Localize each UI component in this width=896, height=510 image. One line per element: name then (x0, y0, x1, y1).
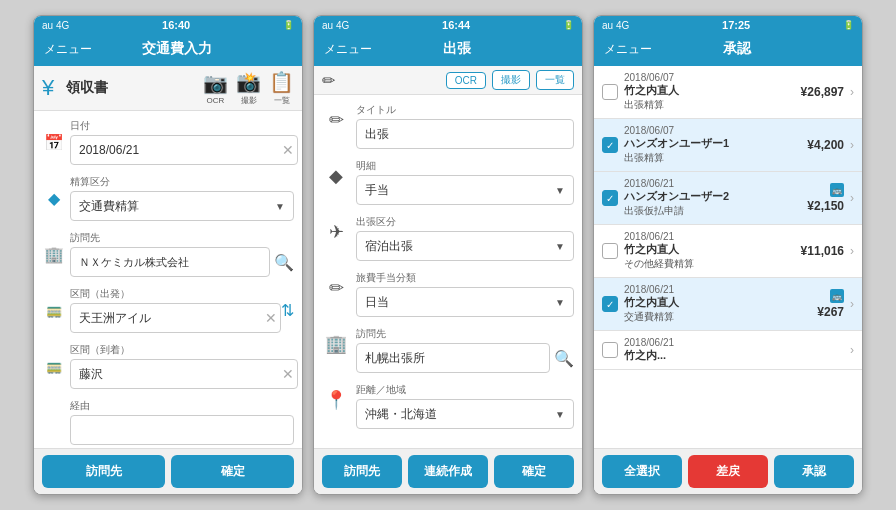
approval-info-3: 2018/06/21 ハンズオンユーザー2 出張仮払申請 (624, 178, 801, 218)
approval-item-1[interactable]: 2018/06/07 竹之内直人 出張精算 ¥26,897 › (594, 66, 862, 119)
trip-type-label: 出張区分 (356, 215, 574, 229)
approve-button[interactable]: 承認 (774, 455, 854, 488)
visit2-input[interactable] (356, 343, 550, 373)
select-all-button[interactable]: 全選択 (602, 455, 682, 488)
region-row: 📍 距離／地域 沖縄・北海道 ▼ (322, 383, 574, 429)
checkbox-5[interactable]: ✓ (602, 296, 618, 312)
approval-item-5[interactable]: ✓ 2018/06/21 竹之内直人 交通費精算 🚌 ¥267 › (594, 278, 862, 331)
approval-type-2: 出張精算 (624, 151, 801, 165)
carrier-1: au 4G (42, 20, 69, 31)
arrive-clear-icon[interactable]: ✕ (282, 366, 294, 382)
list-button[interactable]: 📋 一覧 (269, 70, 294, 106)
depart-label: 区間（出発） (70, 287, 277, 301)
continuous-button[interactable]: 連続作成 (408, 455, 488, 488)
approval-type-3: 出張仮払申請 (624, 204, 801, 218)
ocr-btn-2[interactable]: OCR (446, 72, 486, 89)
approval-user-6: 竹之内... (624, 348, 844, 363)
chevron-6: › (850, 343, 854, 357)
status-bar-1: au 4G 16:40 🔋 (34, 16, 302, 34)
approval-item-3[interactable]: ✓ 2018/06/21 ハンズオンユーザー2 出張仮払申請 🚌 ¥2,150 … (594, 172, 862, 225)
tag-detail-icon: ◆ (322, 159, 350, 187)
menu-button-3[interactable]: メニュー (604, 41, 652, 58)
checkbox-6[interactable] (602, 342, 618, 358)
approval-user-3: ハンズオンユーザー2 (624, 189, 801, 204)
approval-item-2[interactable]: ✓ 2018/06/07 ハンズオンユーザー1 出張精算 ¥4,200 › (594, 119, 862, 172)
arrive-label: 区間（到着） (70, 343, 294, 357)
ocr-label: OCR (207, 96, 225, 105)
confirm-button-1[interactable]: 確定 (171, 455, 294, 488)
checkbox-1[interactable] (602, 84, 618, 100)
expense-type-arrow: ▼ (275, 201, 285, 212)
visit-button-2[interactable]: 訪問先 (322, 455, 402, 488)
building2-icon: 🏢 (322, 327, 350, 355)
menu-button-1[interactable]: メニュー (44, 41, 92, 58)
title-label: タイトル (356, 103, 574, 117)
pencil-icon-2: ✏ (322, 71, 335, 90)
phone-screen1: au 4G 16:40 🔋 メニュー 交通費入力 ¥ 領収書 📷 OCR 📸 撮… (33, 15, 303, 495)
approval-user-2: ハンズオンユーザー1 (624, 136, 801, 151)
reject-button[interactable]: 差戻 (688, 455, 768, 488)
content-2: ✏ タイトル ◆ 明細 手当 ▼ ✈ (314, 95, 582, 448)
checkbox-4[interactable] (602, 243, 618, 259)
approval-amount-2: ¥4,200 (807, 138, 844, 152)
receipt-label: 領収書 (66, 79, 108, 97)
title-input[interactable] (356, 119, 574, 149)
region-select[interactable]: 沖縄・北海道 ▼ (356, 399, 574, 429)
list-btn-2[interactable]: 一覧 (536, 70, 574, 90)
visit-row: 🏢 訪問先 🔍 (42, 231, 294, 277)
expense-type-select[interactable]: 交通費精算 ▼ (70, 191, 294, 221)
confirm-button-2[interactable]: 確定 (494, 455, 574, 488)
time-1: 16:40 (162, 19, 190, 31)
status-icons-2: 🔋 (563, 20, 574, 30)
date-clear-icon[interactable]: ✕ (282, 142, 294, 158)
depart-input[interactable] (70, 303, 281, 333)
mid-toolbar-2: ✏ OCR 撮影 一覧 (314, 66, 582, 95)
photo-button[interactable]: 📸 撮影 (236, 70, 261, 106)
train-depart-icon: 🚃 (42, 303, 66, 318)
allowance-arrow: ▼ (555, 297, 565, 308)
chevron-1: › (850, 85, 854, 99)
camera-ocr-icon: 📷 (203, 71, 228, 95)
approval-type-1: 出張精算 (624, 98, 795, 112)
approval-amount-4: ¥11,016 (801, 244, 844, 258)
region-label: 距離／地域 (356, 383, 574, 397)
ocr-button[interactable]: 📷 OCR (203, 71, 228, 105)
bus-tag-5: 🚌 (830, 289, 844, 303)
checkbox-3[interactable]: ✓ (602, 190, 618, 206)
allowance-select[interactable]: 日当 ▼ (356, 287, 574, 317)
menu-button-2[interactable]: メニュー (324, 41, 372, 58)
via-input[interactable] (70, 415, 294, 445)
via-icon (42, 415, 66, 429)
depart-clear-icon[interactable]: ✕ (265, 310, 277, 326)
visit-search-icon[interactable]: 🔍 (274, 253, 294, 272)
detail-label: 明細 (356, 159, 574, 173)
approval-info-6: 2018/06/21 竹之内... (624, 337, 844, 363)
visit-input[interactable] (70, 247, 270, 277)
date-label: 日付 (70, 119, 294, 133)
region-value: 沖縄・北海道 (365, 406, 437, 423)
checkbox-2[interactable]: ✓ (602, 137, 618, 153)
approval-item-4[interactable]: 2018/06/21 竹之内直人 その他経費精算 ¥11,016 › (594, 225, 862, 278)
trip-type-select[interactable]: 宿泊出張 ▼ (356, 231, 574, 261)
visit-label: 訪問先 (70, 231, 294, 245)
swap-icon[interactable]: ⇅ (281, 301, 294, 320)
visit-button-1[interactable]: 訪問先 (42, 455, 165, 488)
approval-user-5: 竹之内直人 (624, 295, 811, 310)
approval-item-6[interactable]: 2018/06/21 竹之内... › (594, 331, 862, 370)
arrive-row: 🚃 区間（到着） ✕ (42, 343, 294, 389)
status-bar-2: au 4G 16:44 🔋 (314, 16, 582, 34)
approval-date-6: 2018/06/21 (624, 337, 844, 348)
chevron-5: › (850, 297, 854, 311)
approval-user-4: 竹之内直人 (624, 242, 795, 257)
detail-select[interactable]: 手当 ▼ (356, 175, 574, 205)
approval-date-2: 2018/06/07 (624, 125, 801, 136)
arrive-input[interactable] (70, 359, 298, 389)
visit2-label: 訪問先 (356, 327, 574, 341)
visit2-search-icon[interactable]: 🔍 (554, 349, 574, 368)
allowance-value: 日当 (365, 294, 389, 311)
date-input[interactable] (70, 135, 298, 165)
list-label: 一覧 (274, 95, 290, 106)
page-title-2: 出張 (443, 40, 471, 58)
time-2: 16:44 (442, 19, 470, 31)
photo-btn-2[interactable]: 撮影 (492, 70, 530, 90)
